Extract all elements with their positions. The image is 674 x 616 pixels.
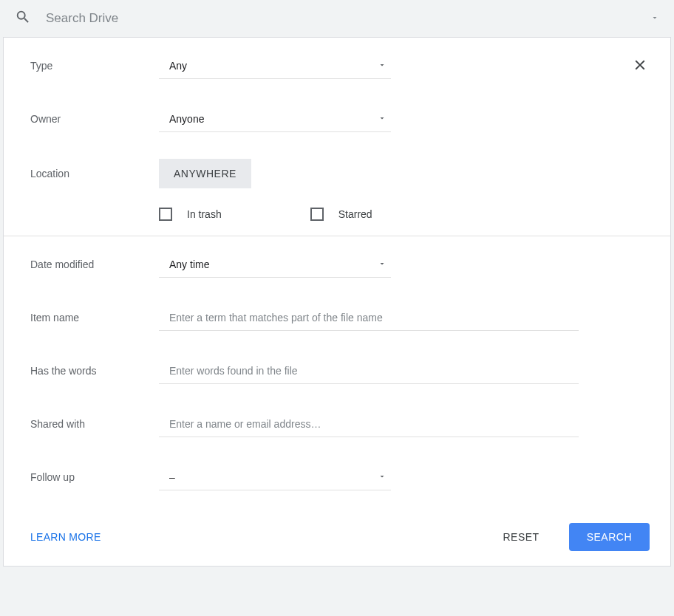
- location-chip[interactable]: ANYWHERE: [159, 159, 251, 188]
- label-type: Type: [30, 60, 159, 72]
- search-bar: [0, 0, 674, 37]
- date-modified-value: Any time: [169, 259, 209, 270]
- follow-up-value: –: [169, 471, 175, 483]
- owner-select[interactable]: Anyone: [159, 106, 391, 132]
- checkbox-row: In trash Starred: [30, 208, 644, 221]
- type-select[interactable]: Any: [159, 52, 391, 79]
- in-trash-label: In trash: [187, 208, 222, 220]
- starred-group: Starred: [310, 208, 372, 221]
- row-shared-with: Shared with: [30, 411, 644, 437]
- close-button[interactable]: [632, 57, 648, 76]
- follow-up-select[interactable]: –: [159, 464, 391, 490]
- reset-button[interactable]: RESET: [488, 524, 554, 550]
- label-follow-up: Follow up: [30, 471, 159, 483]
- starred-label: Starred: [338, 208, 372, 220]
- panel-section-top: Type Any Owner Anyone Location ANYWHERE: [4, 38, 670, 236]
- search-input[interactable]: [46, 11, 650, 26]
- chevron-down-icon: [378, 470, 387, 484]
- label-has-words: Has the words: [30, 365, 159, 377]
- advanced-search-panel: Type Any Owner Anyone Location ANYWHERE: [3, 37, 671, 567]
- label-location: Location: [30, 168, 159, 179]
- has-words-input[interactable]: [159, 357, 579, 384]
- row-owner: Owner Anyone: [30, 106, 644, 132]
- in-trash-group: In trash: [159, 208, 222, 221]
- search-options-caret-icon[interactable]: [650, 12, 659, 25]
- shared-with-input[interactable]: [159, 411, 579, 437]
- owner-select-value: Anyone: [169, 113, 204, 125]
- search-button[interactable]: SEARCH: [569, 523, 650, 551]
- learn-more-link[interactable]: LEARN MORE: [30, 531, 101, 543]
- panel-footer: LEARN MORE RESET SEARCH: [4, 511, 670, 566]
- label-date-modified: Date modified: [30, 259, 159, 270]
- panel-section-bottom: Date modified Any time Item name Has the…: [4, 236, 670, 511]
- item-name-input[interactable]: [159, 304, 579, 331]
- type-select-value: Any: [169, 60, 187, 72]
- chevron-down-icon: [378, 59, 387, 72]
- search-icon[interactable]: [15, 9, 31, 28]
- row-location: Location ANYWHERE: [30, 159, 644, 188]
- row-type: Type Any: [30, 52, 644, 79]
- row-has-words: Has the words: [30, 357, 644, 384]
- starred-checkbox[interactable]: [310, 208, 324, 221]
- date-modified-select[interactable]: Any time: [159, 251, 391, 278]
- row-item-name: Item name: [30, 304, 644, 331]
- row-follow-up: Follow up –: [30, 464, 644, 490]
- label-item-name: Item name: [30, 312, 159, 324]
- chevron-down-icon: [378, 112, 387, 126]
- chevron-down-icon: [378, 258, 387, 271]
- row-date-modified: Date modified Any time: [30, 251, 644, 278]
- in-trash-checkbox[interactable]: [159, 208, 172, 221]
- label-owner: Owner: [30, 113, 159, 125]
- label-shared-with: Shared with: [30, 418, 159, 430]
